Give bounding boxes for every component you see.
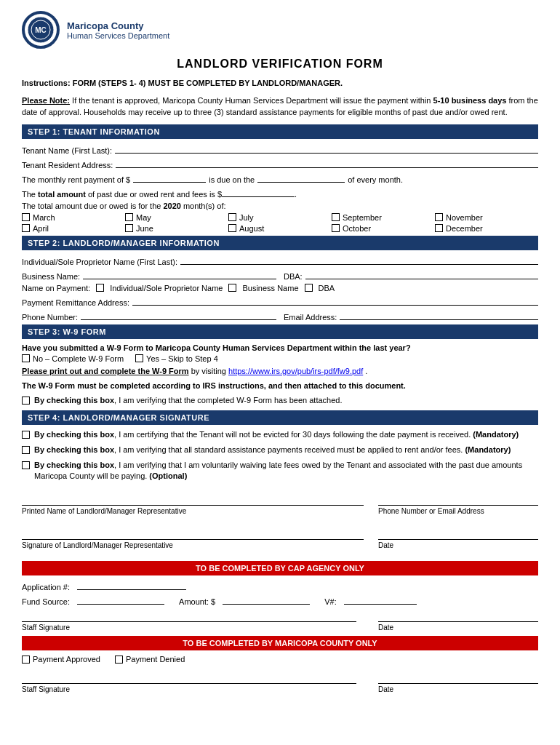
sig-date-line[interactable]: [378, 527, 538, 540]
month-june: June: [125, 224, 228, 233]
dba-field[interactable]: [305, 269, 538, 279]
checkbox-october[interactable]: [332, 224, 340, 232]
total-amount-label: The: [22, 190, 36, 199]
month-october: October: [332, 224, 435, 233]
checkbox-june[interactable]: [125, 224, 133, 232]
payment-denied-label: Payment Denied: [126, 655, 185, 664]
phone-email-line[interactable]: [378, 493, 538, 506]
w9-by-visiting: by visiting: [191, 367, 228, 375]
business-dba-row: Business Name: DBA:: [22, 269, 538, 281]
payment-name-label: Name on Payment:: [22, 284, 90, 292]
checkbox-w9-yes[interactable]: [135, 354, 143, 362]
checkbox-step4-1[interactable]: [22, 431, 30, 439]
checkbox-september[interactable]: [332, 213, 340, 221]
checkbox-individual-name[interactable]: [96, 284, 104, 292]
remittance-field[interactable]: [132, 295, 538, 306]
checkbox-w9-attached[interactable]: [22, 397, 30, 405]
printed-name-line[interactable]: [22, 493, 364, 506]
printed-name-col: Printed Name of Landlord/Manager Represe…: [22, 493, 364, 515]
fund-source-field[interactable]: [77, 594, 164, 605]
month-october-label: October: [343, 224, 371, 233]
rent-due-date-field[interactable]: [257, 172, 345, 183]
instructions-block: Instructions: FORM (STEPS 1- 4) MUST BE …: [22, 78, 538, 89]
checkbox-w9-no[interactable]: [22, 354, 30, 362]
checkbox-step4-3[interactable]: [22, 461, 30, 469]
amount-label: Amount: $: [179, 597, 215, 606]
month-march: March: [22, 213, 125, 222]
checkbox-step4-2[interactable]: [22, 446, 30, 454]
w9-checkbox-label: By checking this box, I am verifying tha…: [34, 395, 342, 407]
business-name-col: Business Name:: [22, 269, 276, 281]
payment-option-individual: Individual/Sole Proprietor Name: [110, 284, 223, 292]
cap-staff-sig-col: Staff Signature: [22, 609, 356, 632]
step4-item3: By checking this box, I am verifying tha…: [22, 460, 538, 483]
individual-label: Individual/Sole Proprietor Name (First L…: [22, 258, 177, 266]
month-december-label: December: [446, 224, 483, 233]
dba-col: DBA:: [284, 269, 538, 281]
checkbox-payment-approved[interactable]: [22, 656, 30, 664]
checkbox-april[interactable]: [22, 224, 30, 232]
amount-field[interactable]: [223, 594, 310, 605]
header: MC Maricopa County Human Services Depart…: [22, 11, 538, 49]
tenant-address-field[interactable]: [116, 158, 538, 168]
month-november-label: November: [446, 213, 483, 222]
w9-checkbox-row: By checking this box, I am verifying tha…: [22, 395, 538, 407]
maricopa-staff-sig-line[interactable]: [22, 671, 356, 684]
v-number-field[interactable]: [344, 594, 417, 605]
month-september: September: [332, 213, 435, 222]
email-col: Email Address:: [284, 310, 538, 322]
cap-staff-sig-label: Staff Signature: [22, 624, 356, 632]
tenant-name-field[interactable]: [115, 143, 538, 154]
w9-instruction1-text: The W-9 Form must be completed according…: [22, 381, 406, 390]
cap-date-line[interactable]: [378, 609, 538, 622]
step4-item1-bold: By checking this box: [34, 430, 114, 439]
phone-label: Phone Number:: [22, 313, 78, 322]
tenant-address-row: Tenant Resident Address:: [22, 158, 538, 170]
cap-staff-sig-line[interactable]: [22, 609, 356, 622]
checkbox-july[interactable]: [228, 213, 236, 221]
checkbox-august[interactable]: [228, 224, 236, 232]
checkbox-may[interactable]: [125, 213, 133, 221]
rent-amount-field[interactable]: [133, 172, 206, 183]
app-number-field[interactable]: [77, 580, 186, 590]
total-amount-field[interactable]: [222, 187, 295, 197]
payment-option-dba: DBA: [319, 284, 335, 292]
w9-options: No – Complete W-9 Form Yes – Skip to Ste…: [22, 354, 538, 363]
checkbox-november[interactable]: [435, 213, 443, 221]
w9-link[interactable]: https://www.irs.gov/pub/irs-pdf/fw9.pdf: [228, 367, 363, 375]
total-amount-mid: of past due or owed rent and fees is $: [88, 190, 222, 199]
step4-item2: By checking this box, I am verifying tha…: [22, 445, 538, 456]
w9-option-yes: Yes – Skip to Step 4: [135, 354, 218, 363]
header-text: Maricopa County Human Services Departmen…: [67, 20, 169, 40]
remittance-row: Payment Remittance Address:: [22, 295, 538, 307]
cap-date-col: Date: [378, 609, 538, 632]
w9-yes-label: Yes – Skip to Step 4: [146, 354, 218, 363]
checkbox-business-name[interactable]: [228, 284, 236, 292]
month-december: December: [435, 224, 538, 233]
checkbox-payment-denied[interactable]: [115, 656, 123, 664]
note-bold1: 5-10 business days: [433, 96, 507, 105]
checkbox-december[interactable]: [435, 224, 443, 232]
email-field[interactable]: [340, 310, 538, 320]
rent-payment-row: The monthly rent payment of $ is due on …: [22, 172, 538, 184]
month-august: August: [228, 224, 332, 233]
signature-line[interactable]: [22, 527, 364, 540]
business-name-field[interactable]: [83, 269, 276, 279]
w9-print-label: Please print out and complete the W-9 Fo…: [22, 367, 189, 375]
months-year: 2020: [163, 202, 180, 210]
checkbox-march[interactable]: [22, 213, 30, 221]
individual-name-field[interactable]: [180, 255, 538, 265]
payment-option-business: Business Name: [242, 284, 298, 292]
payment-denied-option: Payment Denied: [115, 655, 185, 664]
maricopa-header: TO BE COMPLETED BY MARICOPA COUNTY ONLY: [22, 636, 538, 650]
cap-sig-row: Staff Signature Date: [22, 609, 538, 632]
phone-email-row: Phone Number: Email Address:: [22, 310, 538, 322]
maricopa-date-col: Date: [378, 671, 538, 693]
checkbox-dba[interactable]: [305, 284, 313, 292]
phone-field[interactable]: [81, 310, 276, 320]
step4-item1-text: By checking this box, I am certifying th…: [34, 429, 519, 441]
maricopa-date-line[interactable]: [378, 671, 538, 684]
maricopa-staff-sig-label: Staff Signature: [22, 685, 356, 693]
rent-payment-end: of every month.: [348, 175, 403, 184]
months-grid: March May July September November April …: [22, 213, 538, 233]
